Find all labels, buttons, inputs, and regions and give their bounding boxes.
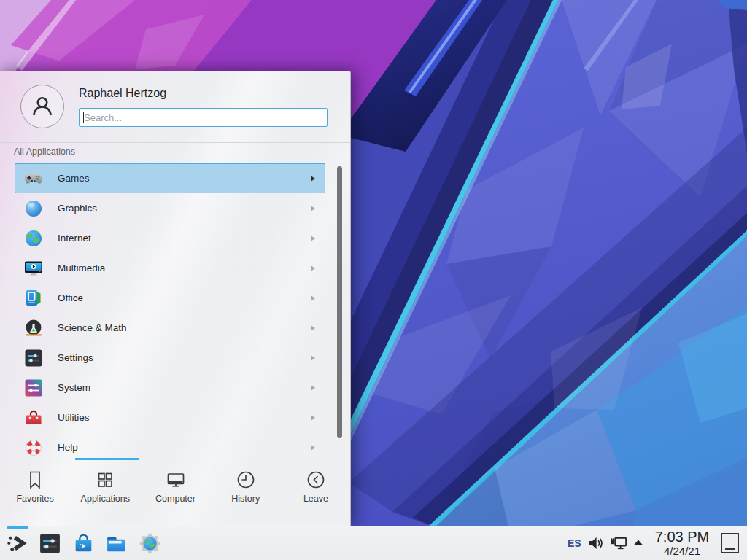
- desktop: Raphael Hertzog All Applications G: [0, 0, 747, 560]
- sliders-color-icon: [24, 378, 43, 397]
- leave-icon: [305, 469, 327, 491]
- discover-store-button[interactable]: [71, 532, 96, 556]
- application-launcher-menu: Raphael Hertzog All Applications G: [0, 71, 351, 526]
- menu-item-graphics[interactable]: Graphics: [15, 193, 325, 223]
- submenu-arrow-icon: [311, 265, 315, 271]
- tab-label: Computer: [155, 494, 196, 504]
- flask-icon: [24, 319, 43, 338]
- tab-label: Favorites: [16, 494, 53, 504]
- toolbox-icon: [24, 408, 43, 427]
- tab-label: Leave: [303, 494, 328, 504]
- tab-computer[interactable]: Computer: [140, 460, 210, 526]
- menu-item-label: Internet: [58, 233, 91, 244]
- submenu-arrow-icon: [311, 385, 315, 391]
- sliders-dark-icon: [24, 349, 43, 368]
- submenu-arrow-icon: [311, 325, 315, 331]
- menu-item-label: Graphics: [58, 203, 97, 214]
- menu-item-utilities[interactable]: Utilities: [15, 402, 325, 432]
- footer-tabs: Favorites Applications Computer: [0, 460, 351, 526]
- menu-item-settings[interactable]: Settings: [15, 343, 325, 373]
- history-clock-icon: [235, 469, 257, 491]
- app-launcher-button[interactable]: [6, 532, 30, 556]
- launcher-active-indicator: [7, 526, 28, 529]
- submenu-arrow-icon: [311, 236, 315, 241]
- tab-history[interactable]: History: [211, 460, 281, 526]
- category-list: Games Graphics: [0, 163, 351, 456]
- submenu-arrow-icon: [311, 415, 315, 421]
- text-caret: [83, 112, 84, 123]
- footer-divider: [0, 456, 350, 456]
- submenu-arrow-icon: [311, 206, 315, 211]
- menu-item-label: Games: [58, 173, 90, 184]
- lifebuoy-icon: [24, 438, 43, 456]
- expand-tray-icon[interactable]: [632, 539, 644, 546]
- tab-label: History: [231, 494, 260, 504]
- system-settings-button[interactable]: [38, 532, 62, 556]
- show-desktop-button[interactable]: [721, 533, 739, 553]
- submenu-arrow-icon: [311, 355, 315, 361]
- clock-date: 4/24/21: [646, 545, 719, 557]
- menu-item-label: Science & Math: [58, 322, 127, 333]
- tab-leave[interactable]: Leave: [281, 460, 351, 526]
- computer-icon: [165, 469, 187, 491]
- volume-icon[interactable]: [588, 535, 604, 551]
- menu-item-label: Multimedia: [58, 262, 105, 273]
- documents-icon: [24, 289, 43, 308]
- submenu-arrow-icon: [311, 295, 315, 301]
- tab-favorites[interactable]: Favorites: [0, 460, 70, 526]
- menu-item-label: Utilities: [58, 412, 90, 423]
- gamepad-icon: [24, 169, 43, 188]
- user-avatar-icon: [28, 92, 57, 121]
- tab-label: Applications: [81, 494, 130, 504]
- menu-item-label: Help: [58, 442, 78, 453]
- bookmark-icon: [24, 469, 46, 491]
- user-name: Raphael Hertzog: [79, 87, 166, 100]
- web-browser-button[interactable]: [138, 532, 162, 556]
- menu-item-label: Settings: [58, 352, 93, 363]
- menu-item-label: Office: [58, 292, 83, 303]
- menu-item-label: System: [58, 382, 90, 393]
- menu-item-system[interactable]: System: [15, 373, 325, 402]
- menu-item-internet[interactable]: Internet: [15, 223, 325, 253]
- tab-applications[interactable]: Applications: [70, 460, 140, 526]
- menu-item-help[interactable]: Help: [15, 432, 325, 456]
- header-divider: [0, 142, 350, 143]
- search-field-wrap: [79, 108, 328, 127]
- clock-time: 7:03 PM: [646, 529, 719, 545]
- grid-icon: [94, 469, 116, 491]
- monitor-play-icon: [24, 259, 43, 278]
- clock[interactable]: 7:03 PM 4/24/21: [646, 529, 719, 557]
- submenu-arrow-icon: [311, 445, 315, 451]
- section-label: All Applications: [14, 147, 75, 157]
- menu-item-games[interactable]: Games: [15, 163, 325, 193]
- menu-item-office[interactable]: Office: [15, 283, 325, 313]
- search-input[interactable]: [79, 108, 328, 127]
- file-manager-button[interactable]: [104, 532, 128, 556]
- submenu-arrow-icon: [311, 176, 315, 182]
- taskbar: ES 7:03 PM 4/24/21: [0, 526, 747, 560]
- menu-item-science-math[interactable]: Science & Math: [15, 313, 325, 343]
- globe-icon: [24, 229, 43, 248]
- keyboard-layout-indicator[interactable]: ES: [568, 537, 581, 549]
- scrollbar-thumb[interactable]: [337, 166, 342, 438]
- sphere-icon: [24, 199, 43, 218]
- network-icon[interactable]: [610, 535, 627, 551]
- menu-item-multimedia[interactable]: Multimedia: [15, 253, 325, 283]
- user-avatar[interactable]: [20, 85, 64, 128]
